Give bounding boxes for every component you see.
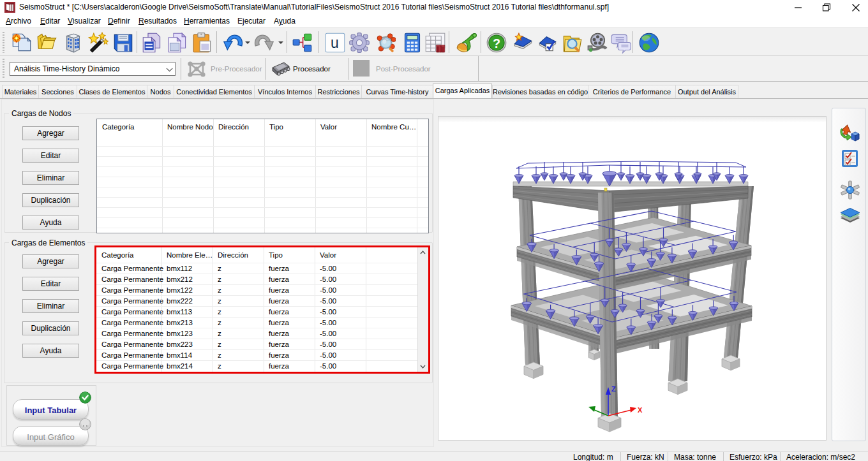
svg-text:?: ? xyxy=(493,36,500,50)
svg-text:X: X xyxy=(638,406,643,414)
svg-text:Z: Z xyxy=(611,385,616,393)
svg-text:u: u xyxy=(331,34,339,51)
